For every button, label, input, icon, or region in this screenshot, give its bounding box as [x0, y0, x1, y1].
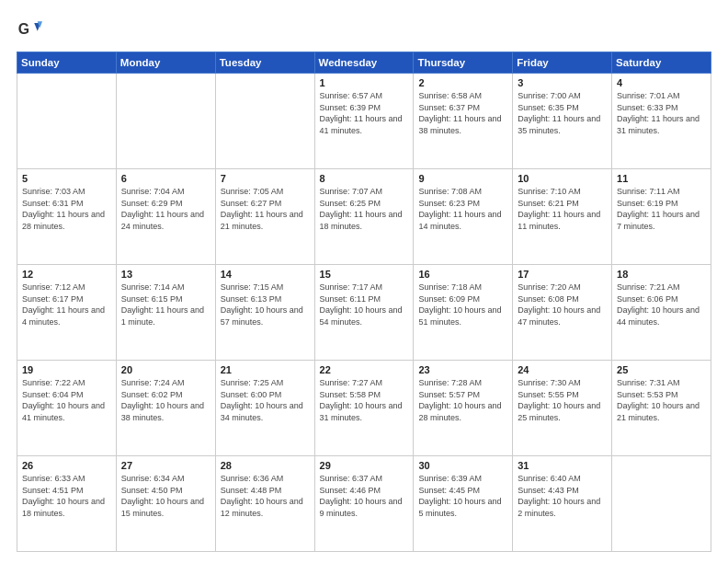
- week-row-4: 26Sunrise: 6:33 AM Sunset: 4:51 PM Dayli…: [17, 456, 711, 552]
- day-number: 1: [320, 77, 409, 88]
- week-row-0: 1Sunrise: 6:57 AM Sunset: 6:39 PM Daylig…: [17, 74, 711, 169]
- day-number: 16: [418, 269, 507, 280]
- day-info: Sunrise: 7:00 AM Sunset: 6:35 PM Dayligh…: [518, 90, 607, 136]
- day-number: 31: [518, 460, 607, 471]
- day-number: 28: [221, 460, 310, 471]
- calendar-cell: 21Sunrise: 7:25 AM Sunset: 6:00 PM Dayli…: [215, 361, 314, 456]
- day-info: Sunrise: 7:10 AM Sunset: 6:21 PM Dayligh…: [518, 186, 607, 232]
- day-number: 4: [617, 77, 706, 88]
- day-info: Sunrise: 6:37 AM Sunset: 4:46 PM Dayligh…: [320, 473, 409, 519]
- day-info: Sunrise: 7:27 AM Sunset: 5:58 PM Dayligh…: [320, 377, 409, 423]
- calendar-cell: 22Sunrise: 7:27 AM Sunset: 5:58 PM Dayli…: [314, 361, 414, 456]
- day-info: Sunrise: 7:11 AM Sunset: 6:19 PM Dayligh…: [617, 186, 706, 232]
- day-info: Sunrise: 6:36 AM Sunset: 4:48 PM Dayligh…: [221, 473, 310, 519]
- day-number: 2: [418, 77, 507, 88]
- calendar-cell: 9Sunrise: 7:08 AM Sunset: 6:23 PM Daylig…: [414, 169, 513, 265]
- weekday-header-saturday: Saturday: [612, 52, 711, 74]
- day-info: Sunrise: 6:58 AM Sunset: 6:37 PM Dayligh…: [418, 90, 507, 136]
- day-info: Sunrise: 7:22 AM Sunset: 6:04 PM Dayligh…: [22, 377, 111, 423]
- day-number: 26: [22, 460, 111, 471]
- day-number: 24: [518, 364, 607, 375]
- weekday-header-wednesday: Wednesday: [314, 52, 414, 74]
- calendar-cell: 14Sunrise: 7:15 AM Sunset: 6:13 PM Dayli…: [215, 265, 314, 361]
- day-info: Sunrise: 7:15 AM Sunset: 6:13 PM Dayligh…: [221, 282, 310, 327]
- day-info: Sunrise: 6:34 AM Sunset: 4:50 PM Dayligh…: [121, 473, 210, 519]
- calendar-cell: 6Sunrise: 7:04 AM Sunset: 6:29 PM Daylig…: [116, 169, 215, 265]
- day-number: 5: [22, 173, 111, 184]
- day-number: 12: [22, 269, 111, 280]
- calendar-cell: 31Sunrise: 6:40 AM Sunset: 4:43 PM Dayli…: [513, 456, 612, 552]
- logo-icon: G: [17, 17, 42, 42]
- calendar-cell: 27Sunrise: 6:34 AM Sunset: 4:50 PM Dayli…: [116, 456, 215, 552]
- day-number: 7: [221, 173, 310, 184]
- day-info: Sunrise: 7:25 AM Sunset: 6:00 PM Dayligh…: [221, 377, 310, 423]
- logo: G: [17, 17, 46, 42]
- calendar-cell: [612, 456, 711, 552]
- calendar-cell: [17, 74, 117, 169]
- calendar-cell: 17Sunrise: 7:20 AM Sunset: 6:08 PM Dayli…: [513, 265, 612, 361]
- day-info: Sunrise: 6:40 AM Sunset: 4:43 PM Dayligh…: [518, 473, 607, 519]
- day-info: Sunrise: 7:24 AM Sunset: 6:02 PM Dayligh…: [121, 377, 210, 423]
- day-info: Sunrise: 7:30 AM Sunset: 5:55 PM Dayligh…: [518, 377, 607, 423]
- day-info: Sunrise: 7:03 AM Sunset: 6:31 PM Dayligh…: [22, 186, 111, 232]
- day-info: Sunrise: 6:57 AM Sunset: 6:39 PM Dayligh…: [320, 90, 409, 136]
- day-number: 18: [617, 269, 706, 280]
- day-number: 25: [617, 364, 706, 375]
- day-info: Sunrise: 7:07 AM Sunset: 6:25 PM Dayligh…: [320, 186, 409, 232]
- calendar-cell: 11Sunrise: 7:11 AM Sunset: 6:19 PM Dayli…: [612, 169, 711, 265]
- week-row-2: 12Sunrise: 7:12 AM Sunset: 6:17 PM Dayli…: [17, 265, 711, 361]
- calendar-cell: 4Sunrise: 7:01 AM Sunset: 6:33 PM Daylig…: [612, 74, 711, 169]
- calendar-cell: 1Sunrise: 6:57 AM Sunset: 6:39 PM Daylig…: [314, 74, 414, 169]
- calendar-cell: 25Sunrise: 7:31 AM Sunset: 5:53 PM Dayli…: [612, 361, 711, 456]
- calendar-cell: 7Sunrise: 7:05 AM Sunset: 6:27 PM Daylig…: [215, 169, 314, 265]
- calendar-cell: 3Sunrise: 7:00 AM Sunset: 6:35 PM Daylig…: [513, 74, 612, 169]
- day-info: Sunrise: 6:39 AM Sunset: 4:45 PM Dayligh…: [418, 473, 507, 519]
- day-number: 27: [121, 460, 210, 471]
- day-info: Sunrise: 7:01 AM Sunset: 6:33 PM Dayligh…: [617, 90, 706, 136]
- day-number: 3: [518, 77, 607, 88]
- day-info: Sunrise: 7:04 AM Sunset: 6:29 PM Dayligh…: [121, 186, 210, 232]
- day-info: Sunrise: 7:08 AM Sunset: 6:23 PM Dayligh…: [418, 186, 507, 232]
- calendar-cell: 13Sunrise: 7:14 AM Sunset: 6:15 PM Dayli…: [116, 265, 215, 361]
- week-row-1: 5Sunrise: 7:03 AM Sunset: 6:31 PM Daylig…: [17, 169, 711, 265]
- day-info: Sunrise: 7:31 AM Sunset: 5:53 PM Dayligh…: [617, 377, 706, 423]
- calendar-cell: 20Sunrise: 7:24 AM Sunset: 6:02 PM Dayli…: [116, 361, 215, 456]
- day-info: Sunrise: 7:05 AM Sunset: 6:27 PM Dayligh…: [221, 186, 310, 232]
- day-info: Sunrise: 7:12 AM Sunset: 6:17 PM Dayligh…: [22, 282, 111, 327]
- calendar-cell: 8Sunrise: 7:07 AM Sunset: 6:25 PM Daylig…: [314, 169, 414, 265]
- calendar-cell: 12Sunrise: 7:12 AM Sunset: 6:17 PM Dayli…: [17, 265, 117, 361]
- day-info: Sunrise: 7:20 AM Sunset: 6:08 PM Dayligh…: [518, 282, 607, 327]
- day-info: Sunrise: 7:21 AM Sunset: 6:06 PM Dayligh…: [617, 282, 706, 327]
- day-number: 13: [121, 269, 210, 280]
- day-number: 6: [121, 173, 210, 184]
- day-info: Sunrise: 7:28 AM Sunset: 5:57 PM Dayligh…: [418, 377, 507, 423]
- day-info: Sunrise: 7:17 AM Sunset: 6:11 PM Dayligh…: [320, 282, 409, 327]
- page-header: G: [17, 17, 711, 42]
- calendar-cell: 15Sunrise: 7:17 AM Sunset: 6:11 PM Dayli…: [314, 265, 414, 361]
- calendar-cell: 29Sunrise: 6:37 AM Sunset: 4:46 PM Dayli…: [314, 456, 414, 552]
- day-number: 10: [518, 173, 607, 184]
- day-number: 21: [221, 364, 310, 375]
- day-number: 15: [320, 269, 409, 280]
- weekday-header-tuesday: Tuesday: [215, 52, 314, 74]
- calendar-cell: 23Sunrise: 7:28 AM Sunset: 5:57 PM Dayli…: [414, 361, 513, 456]
- day-info: Sunrise: 7:14 AM Sunset: 6:15 PM Dayligh…: [121, 282, 210, 327]
- calendar-cell: [116, 74, 215, 169]
- calendar-cell: [215, 74, 314, 169]
- svg-text:G: G: [18, 21, 29, 37]
- calendar-cell: 16Sunrise: 7:18 AM Sunset: 6:09 PM Dayli…: [414, 265, 513, 361]
- day-number: 9: [418, 173, 507, 184]
- weekday-header-row: SundayMondayTuesdayWednesdayThursdayFrid…: [17, 52, 711, 74]
- weekday-header-sunday: Sunday: [17, 52, 117, 74]
- weekday-header-monday: Monday: [116, 52, 215, 74]
- calendar-cell: 24Sunrise: 7:30 AM Sunset: 5:55 PM Dayli…: [513, 361, 612, 456]
- day-info: Sunrise: 7:18 AM Sunset: 6:09 PM Dayligh…: [418, 282, 507, 327]
- calendar-cell: 30Sunrise: 6:39 AM Sunset: 4:45 PM Dayli…: [414, 456, 513, 552]
- day-number: 8: [320, 173, 409, 184]
- weekday-header-friday: Friday: [513, 52, 612, 74]
- calendar-cell: 26Sunrise: 6:33 AM Sunset: 4:51 PM Dayli…: [17, 456, 117, 552]
- day-number: 30: [418, 460, 507, 471]
- calendar-cell: 28Sunrise: 6:36 AM Sunset: 4:48 PM Dayli…: [215, 456, 314, 552]
- calendar-cell: 19Sunrise: 7:22 AM Sunset: 6:04 PM Dayli…: [17, 361, 117, 456]
- day-number: 19: [22, 364, 111, 375]
